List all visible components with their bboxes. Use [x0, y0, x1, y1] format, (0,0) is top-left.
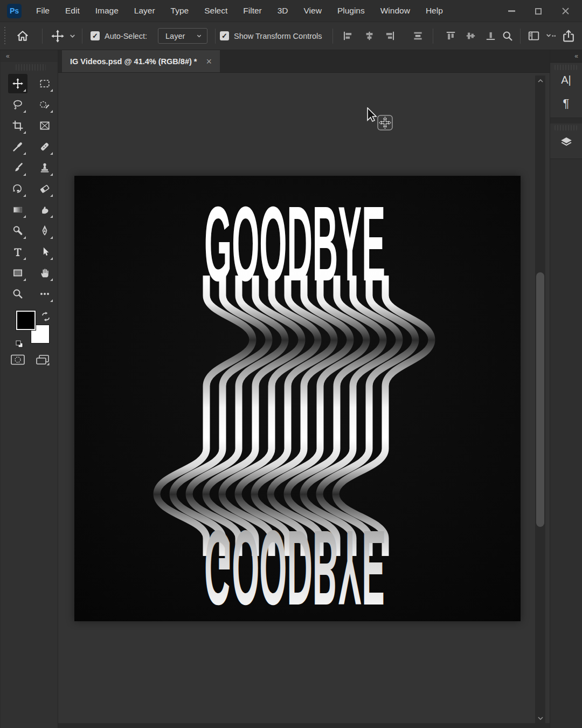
tool-dodge[interactable] [8, 221, 27, 241]
divider [42, 29, 43, 44]
tool-preset-dropdown[interactable] [69, 22, 76, 50]
tool-zoom[interactable] [8, 284, 27, 304]
tab-close-icon[interactable]: × [206, 57, 212, 66]
toolbar-collapse-button[interactable]: « [1, 50, 58, 62]
home-button[interactable] [16, 22, 29, 50]
tool-path-selection[interactable] [35, 242, 54, 262]
document-tab[interactable]: IG Videos.psd @ 41.4% (RGB/8#) * × [62, 50, 220, 72]
document-artwork[interactable]: GOODBYE GOODBYE [74, 176, 521, 621]
show-transform-label: Show Transform Controls [234, 22, 322, 50]
tool-crop[interactable] [8, 116, 27, 135]
tool-rectangle[interactable] [8, 263, 27, 283]
tool-pen[interactable] [35, 221, 54, 241]
foreground-color-swatch[interactable] [16, 311, 36, 330]
tool-rectangular-marquee[interactable] [35, 74, 54, 93]
show-transform-checkbox[interactable]: ✓ [220, 22, 229, 50]
move-icon [12, 78, 24, 90]
divider [215, 29, 216, 44]
tool-healing-brush[interactable] [35, 137, 54, 156]
paragraph-panel-icon: ¶ [563, 97, 570, 111]
arrow-cursor-icon [368, 108, 376, 121]
swap-colors-button[interactable] [40, 311, 51, 322]
menu-view[interactable]: View [304, 6, 322, 16]
default-colors-button[interactable] [15, 339, 24, 349]
tool-eyedropper[interactable] [8, 137, 27, 156]
chevron-more-icon [545, 30, 557, 42]
quick-mask-button[interactable] [7, 352, 29, 367]
workspace-button[interactable] [528, 22, 540, 50]
tool-brush[interactable] [8, 158, 27, 177]
type-icon [12, 246, 24, 258]
menu-edit[interactable]: Edit [65, 6, 80, 16]
tool-more-options[interactable] [35, 284, 54, 304]
scrollbar-thumb[interactable] [536, 272, 544, 527]
tool-frame[interactable] [35, 116, 54, 135]
align-right-button[interactable] [385, 22, 395, 50]
distribute-vertical-button[interactable] [413, 22, 423, 50]
tool-lasso[interactable] [8, 95, 27, 114]
tool-smudge[interactable] [35, 200, 54, 219]
tool-object-selection[interactable] [35, 95, 54, 114]
tool-hand[interactable] [35, 263, 54, 283]
type-panel-group: A| ¶ [550, 63, 582, 118]
eyedropper-icon [12, 141, 24, 153]
dock-collapse-button[interactable]: « [550, 50, 582, 63]
object-selection-icon [39, 99, 51, 111]
options-bar: ✓ Auto-Select: Layer ✓ Show Transform Co… [0, 22, 582, 50]
crop-icon [12, 120, 24, 132]
tool-history-brush[interactable] [8, 179, 27, 198]
paragraph-panel-button[interactable]: ¶ [555, 93, 578, 114]
close-button[interactable] [552, 0, 579, 22]
screen-mode-button[interactable] [32, 352, 53, 367]
menu-window[interactable]: Window [380, 6, 410, 16]
menu-3d[interactable]: 3D [278, 6, 288, 16]
auto-select-checkbox[interactable]: ✓ [91, 22, 100, 50]
checkbox-checked-icon: ✓ [220, 31, 229, 40]
options-bar-grip[interactable] [4, 27, 5, 45]
document-tab-bar: IG Videos.psd @ 41.4% (RGB/8#) * × [58, 50, 550, 73]
align-search-button[interactable] [502, 22, 514, 50]
tool-eraser[interactable] [35, 179, 54, 198]
tool-clone-stamp[interactable] [35, 158, 54, 177]
menu-select[interactable]: Select [204, 6, 227, 16]
chevron-up-icon [537, 79, 544, 83]
layers-icon [559, 136, 573, 149]
menu-layer[interactable]: Layer [134, 6, 155, 16]
menu-file[interactable]: File [36, 6, 50, 16]
menu-help[interactable]: Help [426, 6, 443, 16]
menu-image[interactable]: Image [95, 6, 119, 16]
scroll-down-button[interactable] [535, 714, 545, 723]
tool-move[interactable] [8, 74, 27, 93]
align-left-button[interactable] [343, 22, 353, 50]
canvas-area[interactable]: GOODBYE GOODBYE [58, 73, 550, 728]
layers-panel-button[interactable] [555, 132, 578, 153]
minimize-button[interactable] [498, 0, 525, 22]
collapse-chevrons-icon: « [6, 52, 9, 60]
more-options-button[interactable] [545, 22, 557, 50]
menu-filter[interactable]: Filter [243, 6, 261, 16]
align-top-button[interactable] [446, 22, 456, 50]
move-badge-icon [378, 115, 392, 130]
path-selection-icon [39, 246, 51, 258]
align-center-horizontal-button[interactable] [364, 22, 375, 50]
close-icon [562, 7, 570, 15]
scroll-up-button[interactable] [535, 77, 545, 85]
distribute-vertical-icon [413, 31, 423, 41]
share-icon [562, 29, 576, 43]
move-tool-preset-button[interactable] [51, 22, 65, 50]
tool-gradient[interactable] [8, 200, 27, 219]
align-center-vertical-button[interactable] [466, 22, 476, 50]
menu-type[interactable]: Type [171, 6, 189, 16]
workspace-panel-icon [528, 30, 540, 42]
align-bottom-button[interactable] [486, 22, 496, 50]
divider [433, 29, 433, 44]
share-button[interactable] [562, 22, 576, 50]
align-right-icon [385, 31, 395, 41]
tool-type[interactable] [8, 242, 27, 262]
character-panel-button[interactable]: A| [555, 70, 578, 90]
auto-select-target-dropdown[interactable]: Layer [158, 22, 207, 50]
maximize-button[interactable] [525, 0, 552, 22]
chevron-down-icon [196, 33, 202, 39]
vertical-scrollbar[interactable] [535, 75, 545, 724]
menu-plugins[interactable]: Plugins [337, 6, 365, 16]
